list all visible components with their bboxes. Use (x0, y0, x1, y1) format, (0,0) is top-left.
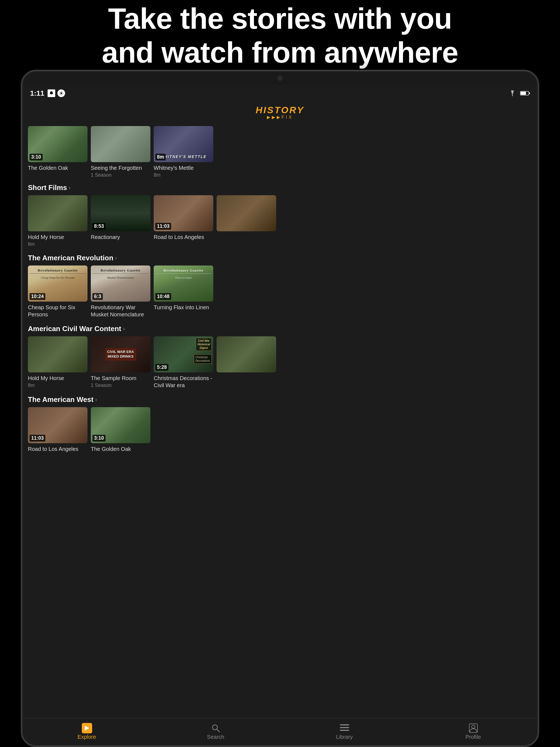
video-title: Road to Los Angeles (154, 233, 213, 241)
category-header[interactable]: Short Films › (22, 183, 538, 195)
svg-point-0 (60, 93, 62, 94)
wifi-icon (508, 90, 517, 96)
battery-icon (520, 91, 530, 96)
video-card-reactionary[interactable]: 8:53 Reactionary (91, 195, 150, 247)
video-thumb (217, 336, 276, 372)
status-icons (48, 89, 65, 97)
video-title: Whitney's Mettle (154, 164, 213, 172)
category-header[interactable]: The American West › (22, 395, 538, 407)
whitney-text: WHITNEY'S METTLE (160, 154, 206, 159)
video-card-whitney[interactable]: WHITNEY'S METTLE 8m Whitney's Mettle 8m (154, 126, 213, 178)
video-title: The Sample Room (91, 375, 150, 382)
svg-point-1 (512, 96, 513, 96)
duration-badge: 11:03 (155, 223, 171, 230)
app-content[interactable]: 3:10 The Golden Oak Seeing the Forgotten… (22, 123, 538, 718)
settings-icon (57, 89, 65, 97)
category-header[interactable]: The American Revolution › (22, 254, 538, 265)
video-meta: 8m (28, 383, 87, 388)
chevron-right-icon: › (69, 184, 71, 191)
video-card-musket[interactable]: Revolutionary Gazette Musket Nomenclatur… (91, 265, 150, 318)
video-thumb: 11:03 (28, 407, 87, 443)
top-video-row: 3:10 The Golden Oak Seeing the Forgotten… (22, 126, 538, 183)
duration-badge: 3:10 (29, 154, 43, 160)
section-american-west: The American West › 11:03 Road to Los An… (22, 395, 538, 453)
video-card-m[interactable] (217, 336, 276, 389)
video-title: Revolutionary War Musket Nomenclature (91, 304, 150, 318)
chevron-right-icon: › (115, 255, 117, 262)
app-logo: HISTORY ▶▶▶FIX (256, 105, 304, 120)
explore-icon (81, 724, 93, 732)
duration-badge: 3:10 (93, 435, 105, 442)
logo-main: HISTORY (256, 105, 304, 114)
video-title: Cheap Soup for Six Persons (28, 304, 87, 318)
section-civil-war: American Civil War Content › Hold My Hor… (22, 325, 538, 389)
app-screen: 1:11 (22, 85, 538, 745)
video-meta: 8m (154, 172, 213, 178)
drinks-overlay: CIVIL WAR ERAMIXED DRINKS (91, 336, 150, 372)
chevron-right-icon: › (123, 325, 125, 333)
category-title: Short Films (28, 183, 67, 192)
video-card-seeing-forgotten[interactable]: Seeing the Forgotten 1 Season (91, 126, 150, 178)
video-title: Christmas Decorations - Civil War era (154, 375, 213, 389)
video-card-flax[interactable]: Revolutionary Gazette Flax to Linen 10:4… (154, 265, 213, 318)
profile-icon (467, 724, 479, 732)
video-card-golden-oak-top[interactable]: 3:10 The Golden Oak (28, 126, 87, 178)
nav-item-library[interactable]: Library (280, 724, 409, 740)
video-card-hold-my-horse-civil[interactable]: Hold My Horse 8m (28, 336, 87, 389)
nav-item-search[interactable]: Search (151, 724, 280, 740)
video-title: The Golden Oak (28, 164, 87, 172)
search-icon (210, 724, 222, 732)
video-thumb: Revolutionary Gazette Cheap Soup for Six… (28, 265, 87, 302)
svg-rect-8 (340, 727, 349, 728)
video-row: Revolutionary Gazette Cheap Soup for Six… (22, 265, 538, 318)
bottom-nav: Explore Search (22, 718, 538, 745)
video-title: The Golden Oak (91, 445, 150, 453)
duration-badge: 6:3 (93, 293, 103, 300)
play-button-icon (82, 723, 92, 733)
video-thumb (28, 195, 87, 231)
logo-sub: ▶▶▶FIX (267, 114, 294, 120)
video-card-cheap-soup[interactable]: Revolutionary Gazette Cheap Soup for Six… (28, 265, 87, 318)
video-card-golden-oak-west[interactable]: 3:10 The Golden Oak (91, 407, 150, 453)
video-card-w[interactable] (217, 195, 276, 247)
svg-line-6 (217, 729, 220, 732)
duration-badge: 5:28 (155, 364, 169, 371)
video-row: Hold My Horse 8m 8:53 Reactionary 11:03 (22, 195, 538, 247)
video-thumb (91, 126, 150, 162)
svg-point-11 (472, 725, 475, 728)
video-title: Road to Los Angeles (28, 445, 87, 453)
video-card-road-la[interactable]: 11:03 Road to Los Angeles (154, 195, 213, 247)
status-bar: 1:11 (22, 85, 538, 101)
category-title: The American Revolution (28, 254, 113, 262)
app-header: HISTORY ▶▶▶FIX (22, 101, 538, 123)
duration-badge: 11:03 (29, 435, 45, 442)
nav-item-profile[interactable]: Profile (409, 724, 538, 740)
tablet-camera (278, 76, 282, 81)
category-title: American Civil War Content (28, 325, 121, 333)
video-thumb (28, 336, 87, 372)
video-card-sample-room[interactable]: CIVIL WAR ERAMIXED DRINKS The Sample Roo… (91, 336, 150, 389)
video-card-hold-my-horse[interactable]: Hold My Horse 8m (28, 195, 87, 247)
category-header[interactable]: American Civil War Content › (22, 325, 538, 336)
svg-rect-3 (520, 92, 526, 95)
explore-label: Explore (78, 734, 96, 740)
profile-label: Profile (465, 734, 481, 740)
duration-badge: 8m (155, 154, 166, 160)
video-thumb: 3:10 (91, 407, 150, 443)
svg-rect-7 (340, 724, 349, 725)
video-card-road-la-west[interactable]: 11:03 Road to Los Angeles (28, 407, 87, 453)
library-icon (339, 724, 350, 732)
play-triangle (85, 726, 89, 730)
section-american-revolution: The American Revolution › Revolutionary … (22, 254, 538, 318)
video-title: Hold My Horse (28, 233, 87, 241)
page-header: Take the stories with you and watch from… (0, 0, 560, 71)
video-thumb: WHITNEY'S METTLE 8m (154, 126, 213, 162)
video-row: Hold My Horse 8m CIVIL WAR ERAMIXED DRIN… (22, 336, 538, 389)
video-meta: 1 Season (91, 172, 150, 178)
category-title: The American West (28, 395, 94, 404)
nav-item-explore[interactable]: Explore (22, 724, 151, 740)
drinks-text: CIVIL WAR ERAMIXED DRINKS (105, 348, 136, 361)
video-card-christmas[interactable]: Civil WarHistoricalDigest ChristmasDecor… (154, 336, 213, 389)
status-time: 1:11 (30, 89, 44, 98)
video-meta: 1 Season (91, 383, 150, 388)
